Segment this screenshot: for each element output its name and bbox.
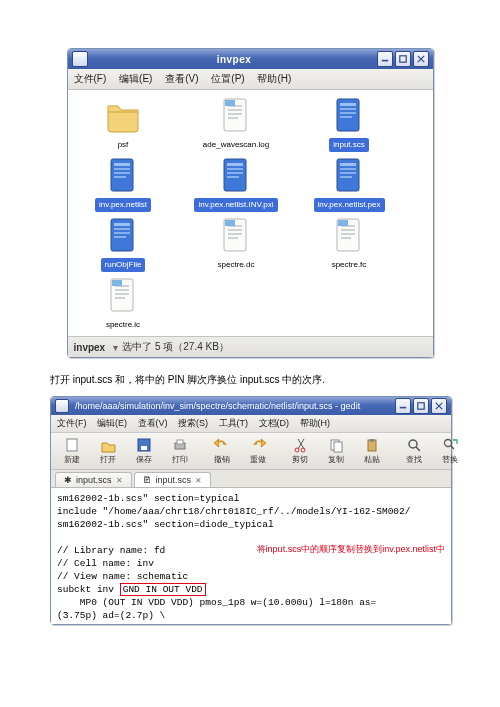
file-item[interactable]: psf [76, 96, 171, 152]
maximize-button[interactable] [413, 398, 429, 414]
text-editor[interactable]: sm162002-1b.scs" section=typical include… [51, 488, 451, 624]
menubar: 文件(F) 编辑(E) 查看(V) 位置(P) 帮助(H) [68, 69, 433, 90]
window-title: /home/aaa/simulation/inv_sim/spectre/sch… [75, 401, 393, 411]
file-label: ade_wavescan.log [199, 138, 273, 152]
menu-view[interactable]: 查看(V) [165, 73, 198, 84]
menu-file[interactable]: 文件(F) [57, 418, 87, 428]
folder-icon [105, 96, 141, 136]
file-item[interactable]: spectre.fc [302, 216, 397, 272]
doc-icon [331, 216, 367, 256]
file-item[interactable]: inv.pex.netlist.pex [302, 156, 397, 212]
toolbar: 新建打开保存打印撤销重做剪切复制粘贴查找替换 [51, 433, 451, 470]
复制-button[interactable]: 复制 [319, 435, 353, 467]
doc-icon [105, 276, 141, 316]
file-label: inv.pex.netlist.pex [314, 198, 385, 212]
file-item[interactable]: runObjFile [76, 216, 171, 272]
blue-icon [331, 96, 367, 136]
file-label: input.scs [329, 138, 369, 152]
toolbar-label: 查找 [406, 454, 422, 465]
maximize-button[interactable] [395, 51, 411, 67]
toolbar-label: 保存 [136, 454, 152, 465]
保存-button[interactable]: 保存 [127, 435, 161, 467]
menu-help[interactable]: 帮助(H) [300, 418, 331, 428]
tab-label: input.scs [76, 475, 112, 485]
close-tab-icon[interactable]: ✕ [116, 476, 123, 485]
file-grid: psfade_wavescan.loginput.scsinv.pex.netl… [76, 96, 425, 332]
gedit-window: /home/aaa/simulation/inv_sim/spectre/sch… [50, 396, 452, 625]
blue-icon [331, 156, 367, 196]
toolbar-label: 打印 [172, 454, 188, 465]
minimize-button[interactable] [377, 51, 393, 67]
file-label: spectre.dc [214, 258, 259, 272]
editor-tab[interactable]: ✱ input.scs ✕ [55, 472, 132, 487]
file-item[interactable]: ade_wavescan.log [189, 96, 284, 152]
file-label: inv.pex.netlist.INV.pxi [194, 198, 277, 212]
file-label: inv.pex.netlist [95, 198, 151, 212]
toolbar-label: 重做 [250, 454, 266, 465]
toolbar-label: 粘贴 [364, 454, 380, 465]
window-title: invpex [94, 54, 375, 65]
menu-file[interactable]: 文件(F) [74, 73, 107, 84]
blue-icon [105, 216, 141, 256]
打开-button[interactable]: 打开 [91, 435, 125, 467]
instruction-text: 打开 input.scs 和，将中的 PIN 脚次序换位 input.scs 中… [50, 372, 450, 388]
tab-bar: ✱ input.scs ✕🖹 input.scs ✕ [51, 470, 451, 488]
toolbar-label: 替换 [442, 454, 458, 465]
撤销-button[interactable]: 撤销 [205, 435, 239, 467]
svg-rect-1 [418, 403, 424, 409]
doc-icon [218, 96, 254, 136]
app-icon [55, 399, 69, 413]
statusbar: invpex ▾ 选中了 5 项（27.4 KB） [68, 336, 433, 357]
titlebar[interactable]: invpex [68, 49, 433, 69]
file-label: spectre.ic [102, 318, 144, 332]
menu-search[interactable]: 搜索(S) [178, 418, 208, 428]
highlight-box: GND IN OUT VDD [120, 583, 206, 596]
查找-button[interactable]: 查找 [397, 435, 431, 467]
file-item[interactable]: input.scs [302, 96, 397, 152]
menu-docs[interactable]: 文档(D) [259, 418, 290, 428]
editor-tab[interactable]: 🖹 input.scs ✕ [134, 472, 212, 487]
file-item[interactable]: spectre.ic [76, 276, 171, 332]
app-icon [72, 51, 88, 67]
重做-button[interactable]: 重做 [241, 435, 275, 467]
menu-places[interactable]: 位置(P) [211, 73, 244, 84]
file-item[interactable]: inv.pex.netlist.INV.pxi [189, 156, 284, 212]
menu-edit[interactable]: 编辑(E) [119, 73, 152, 84]
file-item[interactable]: inv.pex.netlist [76, 156, 171, 212]
blue-icon [218, 156, 254, 196]
toolbar-label: 新建 [64, 454, 80, 465]
menu-view[interactable]: 查看(V) [138, 418, 168, 428]
menu-tools[interactable]: 工具(T) [219, 418, 249, 428]
svg-rect-0 [399, 56, 405, 62]
file-item[interactable]: spectre.dc [189, 216, 284, 272]
新建-button[interactable]: 新建 [55, 435, 89, 467]
file-label: spectre.fc [328, 258, 371, 272]
status-path[interactable]: invpex [74, 342, 106, 353]
替换-button[interactable]: 替换 [433, 435, 467, 467]
tab-label: input.scs [156, 475, 192, 485]
annotation-text: 将input.scs中的顺序复制替换到inv.pex.netlist中 [257, 543, 445, 556]
chevron-down-icon[interactable]: ▾ [113, 342, 118, 353]
toolbar-label: 复制 [328, 454, 344, 465]
file-manager-window: invpex 文件(F) 编辑(E) 查看(V) 位置(P) 帮助(H) psf… [67, 48, 434, 358]
file-label: runObjFile [101, 258, 146, 272]
minimize-button[interactable] [395, 398, 411, 414]
titlebar[interactable]: /home/aaa/simulation/inv_sim/spectre/sch… [51, 397, 451, 415]
menu-help[interactable]: 帮助(H) [257, 73, 291, 84]
toolbar-label: 打开 [100, 454, 116, 465]
close-button[interactable] [431, 398, 447, 414]
close-button[interactable] [413, 51, 429, 67]
剪切-button[interactable]: 剪切 [283, 435, 317, 467]
blue-icon [105, 156, 141, 196]
toolbar-label: 撤销 [214, 454, 230, 465]
toolbar-label: 剪切 [292, 454, 308, 465]
close-tab-icon[interactable]: ✕ [195, 476, 202, 485]
menubar: 文件(F) 编辑(E) 查看(V) 搜索(S) 工具(T) 文档(D) 帮助(H… [51, 415, 451, 433]
file-label: psf [114, 138, 133, 152]
menu-edit[interactable]: 编辑(E) [97, 418, 127, 428]
粘贴-button[interactable]: 粘贴 [355, 435, 389, 467]
status-text: 选中了 5 项（27.4 KB） [122, 340, 229, 354]
doc-icon [218, 216, 254, 256]
打印-button[interactable]: 打印 [163, 435, 197, 467]
